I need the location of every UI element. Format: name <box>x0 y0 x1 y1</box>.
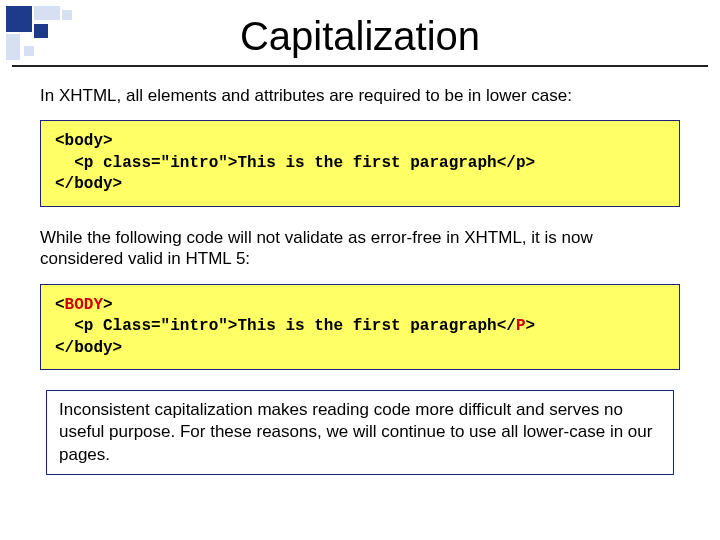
code2-l1-body: BODY <box>65 296 103 314</box>
code2-l1-open: < <box>55 296 65 314</box>
code2-l2-a: <p Class="intro">This is the first parag… <box>55 317 516 335</box>
note-text: Inconsistent capitalization makes readin… <box>59 400 652 463</box>
intro-paragraph: In XHTML, all elements and attributes ar… <box>40 85 680 106</box>
code2-l1-close: > <box>103 296 113 314</box>
code-example-2: <BODY> <p Class="intro">This is the firs… <box>40 284 680 371</box>
code1-line1: <body> <box>55 132 113 150</box>
code2-l3: </body> <box>55 339 122 357</box>
code2-l2-b: > <box>525 317 535 335</box>
content-area: In XHTML, all elements and attributes ar… <box>0 67 720 475</box>
note-box: Inconsistent capitalization makes readin… <box>46 390 674 474</box>
corner-decoration <box>6 6 126 66</box>
code-example-1: <body> <p class="intro">This is the firs… <box>40 120 680 207</box>
code1-line3: </body> <box>55 175 122 193</box>
code1-line2: <p class="intro">This is the first parag… <box>55 154 535 172</box>
slide: Capitalization In XHTML, all elements an… <box>0 0 720 540</box>
middle-paragraph: While the following code will not valida… <box>40 227 680 270</box>
